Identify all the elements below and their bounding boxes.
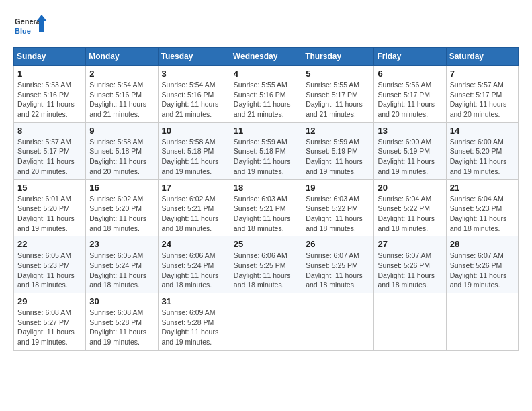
calendar-day-29: 29Sunrise: 6:08 AM Sunset: 5:27 PM Dayli…	[14, 293, 86, 351]
day-info: Sunrise: 6:01 AM Sunset: 5:20 PM Dayligh…	[17, 194, 82, 234]
calendar-day-14: 14Sunrise: 6:00 AM Sunset: 5:20 PM Dayli…	[446, 122, 518, 179]
day-number: 3	[162, 68, 226, 79]
calendar-day-30: 30Sunrise: 6:08 AM Sunset: 5:28 PM Dayli…	[86, 293, 158, 351]
calendar-day-6: 6Sunrise: 5:56 AM Sunset: 5:17 PM Daylig…	[374, 66, 446, 123]
header-day-monday: Monday	[86, 48, 158, 66]
calendar-week-3: 15Sunrise: 6:01 AM Sunset: 5:20 PM Dayli…	[14, 179, 519, 236]
calendar-day-16: 16Sunrise: 6:02 AM Sunset: 5:20 PM Dayli…	[86, 179, 158, 236]
day-info: Sunrise: 5:58 AM Sunset: 5:18 PM Dayligh…	[89, 137, 154, 177]
day-info: Sunrise: 6:04 AM Sunset: 5:23 PM Dayligh…	[450, 194, 515, 234]
calendar-week-1: 1Sunrise: 5:53 AM Sunset: 5:16 PM Daylig…	[14, 66, 519, 123]
calendar-day-4: 4Sunrise: 5:55 AM Sunset: 5:16 PM Daylig…	[230, 66, 302, 123]
day-number: 20	[378, 183, 442, 193]
calendar-day-31: 31Sunrise: 6:09 AM Sunset: 5:28 PM Dayli…	[158, 293, 230, 351]
day-number: 28	[450, 239, 515, 249]
calendar-day-13: 13Sunrise: 6:00 AM Sunset: 5:19 PM Dayli…	[374, 122, 446, 179]
day-number: 24	[162, 239, 226, 249]
day-info: Sunrise: 6:09 AM Sunset: 5:28 PM Dayligh…	[162, 308, 226, 347]
day-info: Sunrise: 5:58 AM Sunset: 5:18 PM Dayligh…	[162, 137, 226, 177]
calendar-day-22: 22Sunrise: 6:05 AM Sunset: 5:23 PM Dayli…	[14, 236, 86, 293]
day-number: 6	[378, 68, 442, 79]
day-number: 27	[378, 239, 442, 249]
logo-svg: General Blue	[13, 13, 47, 40]
header-day-saturday: Saturday	[446, 48, 518, 66]
day-info: Sunrise: 6:08 AM Sunset: 5:28 PM Dayligh…	[89, 308, 154, 347]
page-header: General Blue	[13, 13, 519, 40]
day-info: Sunrise: 5:57 AM Sunset: 5:17 PM Dayligh…	[450, 80, 515, 120]
day-number: 19	[306, 183, 370, 193]
day-number: 29	[17, 296, 82, 306]
day-info: Sunrise: 6:05 AM Sunset: 5:24 PM Dayligh…	[89, 250, 154, 290]
day-number: 7	[450, 68, 515, 79]
day-info: Sunrise: 5:54 AM Sunset: 5:16 PM Dayligh…	[89, 80, 154, 120]
day-number: 1	[17, 68, 82, 79]
header-day-wednesday: Wednesday	[230, 48, 302, 66]
calendar-day-27: 27Sunrise: 6:07 AM Sunset: 5:26 PM Dayli…	[374, 236, 446, 293]
calendar-day-19: 19Sunrise: 6:03 AM Sunset: 5:22 PM Dayli…	[302, 179, 374, 236]
day-info: Sunrise: 6:07 AM Sunset: 5:25 PM Dayligh…	[306, 250, 370, 290]
calendar-day-11: 11Sunrise: 5:59 AM Sunset: 5:18 PM Dayli…	[230, 122, 302, 179]
day-info: Sunrise: 5:53 AM Sunset: 5:16 PM Dayligh…	[17, 80, 82, 120]
empty-cell	[446, 293, 518, 351]
day-number: 17	[162, 183, 226, 193]
day-number: 22	[17, 239, 82, 249]
calendar-day-5: 5Sunrise: 5:55 AM Sunset: 5:17 PM Daylig…	[302, 66, 374, 123]
calendar-day-2: 2Sunrise: 5:54 AM Sunset: 5:16 PM Daylig…	[86, 66, 158, 123]
day-number: 12	[306, 126, 370, 136]
calendar-day-17: 17Sunrise: 6:02 AM Sunset: 5:21 PM Dayli…	[158, 179, 230, 236]
calendar-week-2: 8Sunrise: 5:57 AM Sunset: 5:17 PM Daylig…	[14, 122, 519, 179]
day-info: Sunrise: 6:02 AM Sunset: 5:20 PM Dayligh…	[89, 194, 154, 234]
calendar-day-1: 1Sunrise: 5:53 AM Sunset: 5:16 PM Daylig…	[14, 66, 86, 123]
day-number: 11	[234, 126, 298, 136]
logo: General Blue	[13, 13, 47, 40]
day-number: 8	[17, 126, 82, 136]
calendar-day-7: 7Sunrise: 5:57 AM Sunset: 5:17 PM Daylig…	[446, 66, 518, 123]
day-number: 4	[234, 68, 298, 79]
empty-cell	[374, 293, 446, 351]
day-info: Sunrise: 6:08 AM Sunset: 5:27 PM Dayligh…	[17, 308, 82, 347]
day-number: 30	[89, 296, 154, 306]
day-info: Sunrise: 5:56 AM Sunset: 5:17 PM Dayligh…	[378, 80, 442, 120]
calendar-day-18: 18Sunrise: 6:03 AM Sunset: 5:21 PM Dayli…	[230, 179, 302, 236]
day-number: 23	[89, 239, 154, 249]
calendar-day-20: 20Sunrise: 6:04 AM Sunset: 5:22 PM Dayli…	[374, 179, 446, 236]
day-info: Sunrise: 6:04 AM Sunset: 5:22 PM Dayligh…	[378, 194, 442, 234]
calendar-week-4: 22Sunrise: 6:05 AM Sunset: 5:23 PM Dayli…	[14, 236, 519, 293]
day-number: 13	[378, 126, 442, 136]
day-number: 15	[17, 183, 82, 193]
day-number: 2	[89, 68, 154, 79]
header-day-friday: Friday	[374, 48, 446, 66]
calendar-day-10: 10Sunrise: 5:58 AM Sunset: 5:18 PM Dayli…	[158, 122, 230, 179]
calendar-day-9: 9Sunrise: 5:58 AM Sunset: 5:18 PM Daylig…	[86, 122, 158, 179]
day-info: Sunrise: 5:59 AM Sunset: 5:18 PM Dayligh…	[234, 137, 298, 177]
day-number: 21	[450, 183, 515, 193]
calendar-header-row: SundayMondayTuesdayWednesdayThursdayFrid…	[14, 48, 519, 66]
day-info: Sunrise: 6:07 AM Sunset: 5:26 PM Dayligh…	[378, 250, 442, 290]
day-number: 25	[234, 239, 298, 249]
day-number: 5	[306, 68, 370, 79]
calendar-day-21: 21Sunrise: 6:04 AM Sunset: 5:23 PM Dayli…	[446, 179, 518, 236]
day-info: Sunrise: 6:07 AM Sunset: 5:26 PM Dayligh…	[450, 250, 515, 290]
day-info: Sunrise: 5:55 AM Sunset: 5:17 PM Dayligh…	[306, 80, 370, 120]
day-info: Sunrise: 6:03 AM Sunset: 5:21 PM Dayligh…	[234, 194, 298, 234]
calendar-day-23: 23Sunrise: 6:05 AM Sunset: 5:24 PM Dayli…	[86, 236, 158, 293]
day-info: Sunrise: 5:59 AM Sunset: 5:19 PM Dayligh…	[306, 137, 370, 177]
day-info: Sunrise: 5:57 AM Sunset: 5:17 PM Dayligh…	[17, 137, 82, 177]
day-info: Sunrise: 6:05 AM Sunset: 5:23 PM Dayligh…	[17, 250, 82, 290]
calendar-table: SundayMondayTuesdayWednesdayThursdayFrid…	[13, 47, 519, 351]
header-day-tuesday: Tuesday	[158, 48, 230, 66]
day-number: 9	[89, 126, 154, 136]
day-info: Sunrise: 6:00 AM Sunset: 5:19 PM Dayligh…	[378, 137, 442, 177]
empty-cell	[230, 293, 302, 351]
day-number: 31	[162, 296, 226, 306]
day-info: Sunrise: 6:06 AM Sunset: 5:24 PM Dayligh…	[162, 250, 226, 290]
calendar-week-5: 29Sunrise: 6:08 AM Sunset: 5:27 PM Dayli…	[14, 293, 519, 351]
header-day-thursday: Thursday	[302, 48, 374, 66]
calendar-day-3: 3Sunrise: 5:54 AM Sunset: 5:16 PM Daylig…	[158, 66, 230, 123]
day-number: 18	[234, 183, 298, 193]
day-info: Sunrise: 6:03 AM Sunset: 5:22 PM Dayligh…	[306, 194, 370, 234]
day-info: Sunrise: 6:06 AM Sunset: 5:25 PM Dayligh…	[234, 250, 298, 290]
day-number: 10	[162, 126, 226, 136]
calendar-day-24: 24Sunrise: 6:06 AM Sunset: 5:24 PM Dayli…	[158, 236, 230, 293]
calendar-day-28: 28Sunrise: 6:07 AM Sunset: 5:26 PM Dayli…	[446, 236, 518, 293]
